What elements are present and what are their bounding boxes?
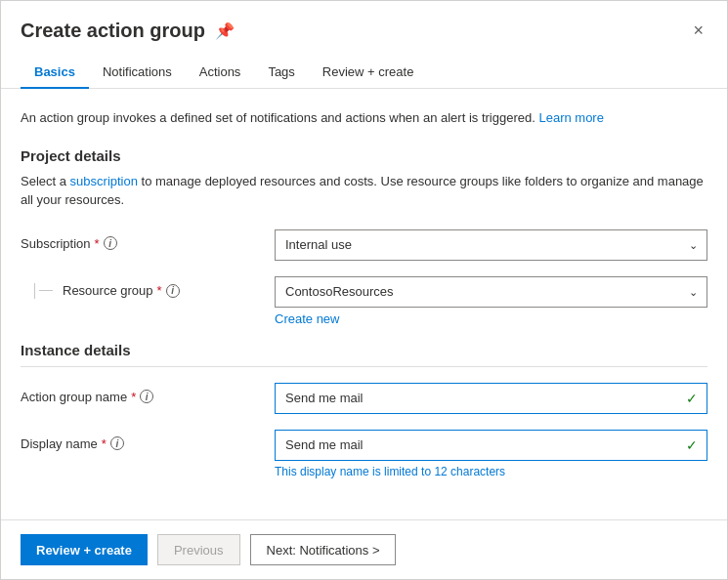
resource-group-control: ContosoResources ⌄ Create new <box>275 276 707 326</box>
review-create-button[interactable]: Review + create <box>21 534 148 565</box>
resource-group-select[interactable]: ContosoResources <box>275 276 707 308</box>
display-name-input-wrapper: ✓ <box>275 430 707 461</box>
display-name-info-icon[interactable]: i <box>110 436 124 450</box>
subscription-info-icon[interactable]: i <box>104 236 117 250</box>
display-name-row: Display name * i ✓ This display name is … <box>21 430 707 478</box>
subscription-select[interactable]: Internal use <box>275 229 707 261</box>
action-group-name-row: Action group name * i ✓ <box>21 383 707 414</box>
description-main: An action group invokes a defined set of… <box>21 110 535 125</box>
subscription-label: Subscription <box>21 236 91 251</box>
action-group-name-input-wrapper: ✓ <box>275 383 707 414</box>
display-name-input[interactable] <box>275 430 707 461</box>
subscription-control: Internal use ⌄ <box>275 229 707 261</box>
dialog-title: Create action group <box>21 20 205 42</box>
instance-separator <box>21 366 707 367</box>
tab-actions[interactable]: Actions <box>186 57 255 89</box>
create-action-group-dialog: Create action group 📌 × Basics Notificat… <box>0 0 728 580</box>
subscription-select-wrapper: Internal use ⌄ <box>275 229 707 261</box>
action-group-name-label-col: Action group name * i <box>21 383 275 404</box>
next-notifications-button[interactable]: Next: Notifications > <box>250 534 397 565</box>
project-details-title: Project details <box>21 147 707 164</box>
display-name-control: ✓ This display name is limited to 12 cha… <box>275 430 707 478</box>
tab-tags[interactable]: Tags <box>254 57 308 89</box>
resource-group-label: Resource group <box>63 283 153 298</box>
action-group-name-info-icon[interactable]: i <box>140 390 153 403</box>
create-new-link[interactable]: Create new <box>275 311 339 326</box>
subscription-required: * <box>95 236 100 251</box>
subscription-link[interactable]: subscription <box>70 174 138 188</box>
display-name-label: Display name <box>21 436 98 451</box>
previous-button[interactable]: Previous <box>157 534 240 565</box>
dialog-header: Create action group 📌 × <box>1 1 727 57</box>
tab-notifications[interactable]: Notifications <box>89 57 186 89</box>
title-row: Create action group 📌 <box>21 20 235 42</box>
description-text: An action group invokes a defined set of… <box>21 108 707 128</box>
action-group-name-required: * <box>131 390 136 404</box>
project-details-description: Select a subscription to manage deployed… <box>21 172 707 210</box>
instance-details-title: Instance details <box>21 342 707 358</box>
resource-group-select-wrapper: ContosoResources ⌄ <box>275 276 707 308</box>
display-name-label-col: Display name * i <box>21 430 275 451</box>
display-name-required: * <box>102 436 107 451</box>
close-icon[interactable]: × <box>689 17 707 45</box>
resource-group-info-icon[interactable]: i <box>166 284 180 298</box>
project-desc-part1: Select a <box>21 174 70 188</box>
resource-group-row: Resource group * i ContosoResources ⌄ Cr… <box>21 276 707 326</box>
pin-icon[interactable]: 📌 <box>215 21 235 40</box>
subscription-label-col: Subscription * i <box>21 229 275 251</box>
tab-bar: Basics Notifications Actions Tags Review… <box>1 57 727 89</box>
tab-review-create[interactable]: Review + create <box>309 57 428 89</box>
tab-basics[interactable]: Basics <box>21 57 89 89</box>
action-group-name-input[interactable] <box>275 383 707 414</box>
resource-group-required: * <box>157 283 162 298</box>
dialog-content: An action group invokes a defined set of… <box>1 89 727 500</box>
action-group-name-label: Action group name <box>21 390 127 404</box>
action-group-name-control: ✓ <box>275 383 707 414</box>
dialog-footer: Review + create Previous Next: Notificat… <box>1 519 727 579</box>
learn-more-link[interactable]: Learn more <box>538 110 603 125</box>
char-limit-note: This display name is limited to 12 chara… <box>275 465 707 478</box>
instance-details-section: Instance details Action group name * i ✓ <box>21 342 707 478</box>
resource-group-label-col: Resource group * i <box>21 276 275 299</box>
subscription-row: Subscription * i Internal use ⌄ <box>21 229 707 261</box>
